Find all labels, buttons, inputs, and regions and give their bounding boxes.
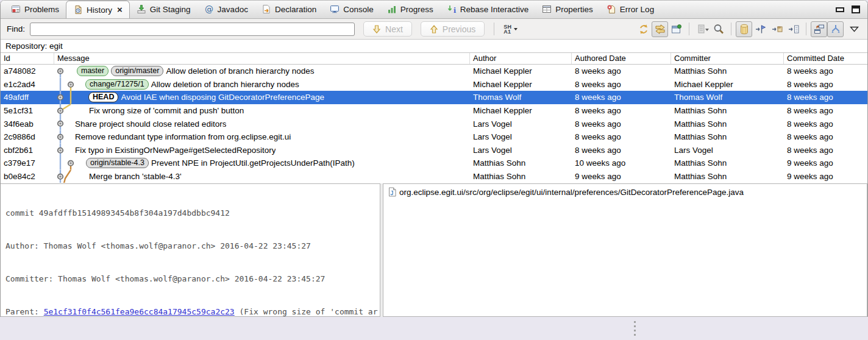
commit-hash: commit 49afdffb15149893454b8f304a197d4bd… (5, 208, 230, 218)
chevron-down-icon (514, 28, 518, 30)
ref-label[interactable]: master (77, 66, 108, 76)
filter-resource-button[interactable] (785, 21, 802, 37)
tab-properties[interactable]: Properties (535, 0, 600, 18)
commit-message: Share project should close related edito… (75, 119, 226, 129)
search-scope-dropdown[interactable]: SH A1 (503, 24, 518, 34)
find-previous-button[interactable]: Previous (421, 21, 485, 37)
filter-project-icon (771, 23, 783, 35)
commit-committer-line: Committer: Thomas Wolf <thomas.wolf@para… (5, 274, 375, 285)
detail-panes: commit 49afdffb15149893454b8f304a197d4bd… (1, 183, 867, 317)
filter-project-button[interactable] (769, 21, 785, 37)
column-header-authored-date[interactable]: Authored Date (572, 53, 671, 64)
tab-rebase-interactive[interactable]: i Rebase Interactive (440, 0, 536, 18)
svg-text:@: @ (205, 4, 213, 14)
tab-progress[interactable]: Progress (380, 0, 440, 18)
commit-author-line: Author: Thomas Wolf <thomas.wolf@paranor… (5, 241, 375, 252)
show-revision-comment-toggle[interactable] (811, 21, 827, 37)
commit-message: Merge branch 'stable-4.3' (89, 172, 182, 181)
tab-error-log[interactable]: Error Log (600, 0, 661, 18)
open-in-commit-viewer-button[interactable] (668, 21, 685, 37)
tab-label: Rebase Interactive (460, 5, 529, 14)
find-input[interactable] (30, 23, 355, 36)
commit-graph (54, 117, 75, 130)
barrel-icon (738, 23, 750, 35)
commit-id: 2c9886d (1, 132, 54, 141)
ref-label[interactable]: origin/master (111, 66, 163, 76)
table-row[interactable]: 5e1cf31 Fix wrong size of 'commit and pu… (1, 104, 867, 118)
commit-message: Prevent NPE in ProjectUtil.getProjectsUn… (151, 158, 355, 168)
history-toolbar-icons (635, 21, 861, 37)
table-row[interactable]: 2c9886d Remove redundant type informatio… (1, 130, 867, 144)
committer: Matthias Sohn (671, 158, 784, 168)
column-header-committer[interactable]: Committer (671, 53, 784, 64)
commit-message: Allow deletion of branch hierarchy nodes (151, 80, 299, 89)
changed-file-path: org.eclipse.egit.ui/src/org/eclipse/egit… (399, 188, 744, 197)
sash-handle[interactable] (634, 321, 636, 336)
ref-label[interactable]: change/71275/1 (85, 79, 149, 90)
committed-date: 8 weeks ago (784, 93, 867, 102)
commit-hash-line: commit 49afdffb15149893454b8f304a197d4bd… (5, 208, 375, 219)
tab-git-staging[interactable]: Git Staging (130, 0, 197, 18)
table-row[interactable]: b0e84c2 Merge branch 'stable-4.3' Matthi… (1, 170, 867, 183)
view-menu-button[interactable] (850, 24, 859, 35)
column-header-message[interactable]: Message (54, 53, 470, 64)
column-header-id[interactable]: Id (1, 53, 54, 64)
maximize-icon[interactable] (852, 5, 860, 13)
commit-id: 49afdff (1, 93, 54, 102)
tab-problems[interactable]: Problems (4, 0, 66, 18)
properties-icon (542, 4, 552, 14)
tab-history[interactable]: History × (66, 1, 130, 18)
table-row[interactable]: a748082 master origin/master Allow delet… (1, 65, 867, 78)
commit-graph (54, 130, 75, 144)
compare-mode-toggle[interactable] (652, 21, 668, 37)
error-log-icon (607, 4, 616, 14)
view-tab-bar: Problems History × Git Staging @ Javadoc… (1, 1, 867, 19)
minimize-icon[interactable] (836, 7, 844, 12)
authored-date: 10 weeks ago (572, 158, 671, 168)
table-row[interactable]: 34f6eab Share project should close relat… (1, 117, 867, 130)
author: Thomas Wolf (470, 93, 572, 102)
head-label[interactable]: HEAD (88, 92, 118, 102)
parent-hash-link[interactable]: 5e1cf31f0f4c561fea9e6cc84a17945c59ca2c23 (44, 307, 235, 316)
tab-javadoc[interactable]: @ Javadoc (197, 0, 255, 18)
refresh-icon (638, 23, 650, 35)
column-header-author[interactable]: Author (470, 53, 572, 64)
refresh-button[interactable] (635, 21, 652, 37)
close-tab-icon[interactable]: × (117, 6, 123, 13)
changed-file-item[interactable]: org.eclipse.egit.ui/src/org/eclipse/egit… (383, 184, 867, 200)
search-button[interactable] (710, 21, 727, 37)
arrow-down-icon (372, 25, 381, 34)
svg-text:i: i (454, 7, 456, 14)
ref-label[interactable]: origin/stable-4.3 (86, 158, 149, 168)
author: Lars Vogel (470, 132, 572, 141)
tab-declaration[interactable]: Declaration (255, 0, 323, 18)
tab-label: Error Log (620, 5, 654, 14)
committer: Matthias Sohn (671, 119, 784, 129)
git-staging-icon (137, 4, 146, 14)
table-row[interactable]: c379e17 origin/stable-4.3 Prevent NPE in… (1, 157, 867, 170)
committer: Michael Keppler (671, 80, 784, 89)
column-header-committed-date[interactable]: Committed Date (784, 53, 867, 64)
table-row[interactable]: cbf2b61 Fix typo in ExistingOrNewPage#ge… (1, 144, 867, 157)
tab-label: Git Staging (150, 5, 191, 14)
authored-date: 8 weeks ago (572, 93, 671, 102)
show-revision-details-toggle[interactable] (827, 21, 844, 37)
commit-message: Fix typo in ExistingOrNewPage#getSelecte… (75, 146, 276, 155)
commit-message: Allow deletion of branch hierarchy nodes (166, 66, 314, 76)
table-row[interactable]: e1c2ad4 change/71275/1 Allow deletion of… (1, 78, 867, 91)
compare-arrows-icon (654, 23, 666, 35)
window-controls (836, 5, 860, 13)
find-previous-label: Previous (443, 24, 475, 34)
tab-console[interactable]: Console (323, 0, 380, 18)
view-menu-chevron-icon (850, 26, 859, 32)
commit-id: c379e17 (1, 158, 54, 168)
find-next-button[interactable]: Next (363, 21, 412, 37)
table-row-selected[interactable]: 49afdff HEAD Avoid IAE when disposing Gi… (1, 91, 867, 104)
authored-date: 8 weeks ago (572, 106, 671, 115)
committed-date: 8 weeks ago (784, 119, 867, 129)
show-all-branches-toggle[interactable] (736, 21, 752, 37)
filter-repository-button[interactable] (752, 21, 769, 37)
create-patch-button[interactable] (694, 21, 710, 37)
separator (494, 23, 494, 35)
find-toolbar: Find: Next Previous SH A1 (1, 19, 867, 40)
